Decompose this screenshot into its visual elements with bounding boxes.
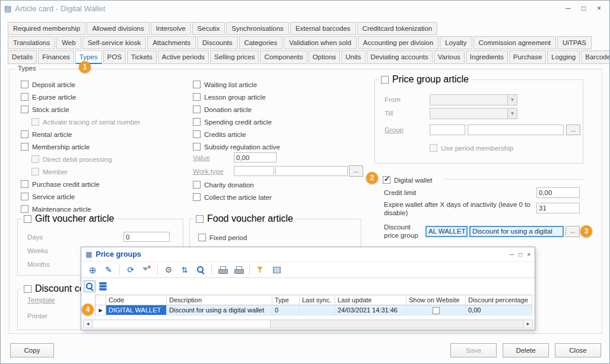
checkbox-box[interactable] <box>196 215 204 223</box>
grid-data-row[interactable]: ▶DIGITAL WALLETDiscount for using a digi… <box>95 305 532 315</box>
scrollbar-thumb[interactable] <box>93 320 271 328</box>
value-label[interactable]: Value <box>193 154 210 161</box>
column-header-code[interactable]: Code <box>106 295 167 305</box>
checkbox-rental-article[interactable]: Rental article <box>21 128 140 141</box>
print-export-icon[interactable] <box>233 264 244 275</box>
tab-logging[interactable]: Logging <box>547 50 580 64</box>
cell-last-update[interactable]: 24/03/2021 14:31:46 <box>335 305 406 315</box>
checkbox-box[interactable] <box>24 215 31 223</box>
checkbox-member[interactable]: Member <box>31 165 140 178</box>
delete-button[interactable]: Delete <box>503 343 549 357</box>
cell-show-on-website[interactable] <box>406 305 466 315</box>
horizontal-scrollbar[interactable]: ◄ ► <box>83 320 533 328</box>
cell-description[interactable]: Discount for using a digital wallet <box>167 305 272 315</box>
column-chooser-icon[interactable] <box>271 264 282 275</box>
checkbox-service-article[interactable]: Service article <box>21 190 140 203</box>
from-dropdown[interactable]: ▼ <box>430 94 517 106</box>
close-icon[interactable]: × <box>592 2 606 14</box>
checkbox-box[interactable] <box>21 143 28 151</box>
credit-limit-input[interactable] <box>536 187 580 198</box>
cell-discount-percentage[interactable]: 0,00 <box>466 305 532 315</box>
tab-discounts[interactable]: Discounts <box>197 36 238 49</box>
tab-options[interactable]: Options <box>309 50 341 64</box>
tab-accounting-per-division[interactable]: Accounting per division <box>358 36 439 49</box>
gift-voucher-article-checkbox[interactable]: Gift voucher article <box>21 213 116 224</box>
cell-code[interactable]: DIGITAL WALLET <box>106 305 167 315</box>
checkbox-box[interactable] <box>21 193 28 200</box>
days-input[interactable] <box>123 232 170 242</box>
value-input[interactable] <box>234 152 277 162</box>
tab-attachments[interactable]: Attachments <box>147 36 196 49</box>
checkbox-box[interactable] <box>21 81 28 88</box>
scroll-left-icon[interactable]: ◄ <box>84 320 93 328</box>
refresh-icon[interactable]: ⟳ <box>125 264 136 275</box>
checkbox-box[interactable] <box>430 144 437 152</box>
checkbox-box[interactable] <box>21 106 28 113</box>
discount-price-group-description-field[interactable]: Discount for using a digital <box>469 226 564 237</box>
checkbox-box[interactable] <box>193 181 201 189</box>
till-dropdown[interactable]: ▼ <box>430 108 517 119</box>
tab-categories[interactable]: Categories <box>239 36 283 49</box>
maximize-icon[interactable]: □ <box>577 2 590 14</box>
checkbox-box[interactable] <box>383 176 390 184</box>
search-grid-button[interactable] <box>84 280 96 292</box>
checkbox-collect-the-article-later[interactable]: Collect the article later <box>193 191 272 203</box>
food-voucher-article-checkbox[interactable]: Food voucher article <box>193 213 296 224</box>
sort-icon[interactable]: ⇅ <box>179 264 190 275</box>
tab-ingredients[interactable]: Ingredients <box>466 50 508 64</box>
tab-finances[interactable]: Finances <box>38 50 74 64</box>
popup-minimize-icon[interactable]: ─ <box>510 251 514 258</box>
checkbox-activate-tracing-of-serial-number[interactable]: Activate tracing of serial number <box>31 116 140 128</box>
expire-days-input[interactable] <box>536 203 580 213</box>
cell-last-sync[interactable] <box>300 305 335 315</box>
checkbox-box[interactable] <box>193 81 201 88</box>
tab-uitpas[interactable]: UiTPAS <box>557 36 592 49</box>
checkbox-membership-article[interactable]: Membership article <box>21 141 140 153</box>
scroll-right-icon[interactable]: ► <box>523 320 532 328</box>
checkbox-credits-article[interactable]: Credits article <box>193 128 280 141</box>
work-type-description-input[interactable] <box>275 166 348 176</box>
checkbox-box[interactable] <box>193 93 201 101</box>
checkbox-box[interactable] <box>193 143 201 151</box>
checkbox-purchase-credit-article[interactable]: Purchase credit article <box>21 178 140 190</box>
group-label[interactable]: Group <box>385 126 404 133</box>
show-on-website-checkbox[interactable] <box>433 307 440 314</box>
checkbox-box[interactable] <box>193 106 201 113</box>
tab-allowed-divisions[interactable]: Allowed divisions <box>87 22 150 35</box>
save-button[interactable]: Save <box>450 343 497 357</box>
column-header-show-on-website[interactable]: Show on Website <box>406 295 466 305</box>
checkbox-box[interactable] <box>193 193 201 201</box>
popup-close-icon[interactable]: × <box>527 251 530 258</box>
checkbox-stock-article[interactable]: Stock article <box>21 103 140 116</box>
column-header-discount-percentage[interactable]: Discount percentage <box>466 295 532 305</box>
checkbox-deposit-article[interactable]: Deposit article <box>21 78 140 91</box>
tab-units[interactable]: Units <box>341 50 365 64</box>
work-type-code-input[interactable] <box>234 166 274 176</box>
tab-required-membership[interactable]: Required membership <box>8 22 85 35</box>
template-link[interactable]: Template <box>27 296 55 304</box>
checkbox-box[interactable] <box>21 130 28 138</box>
chevron-down-icon[interactable]: ▼ <box>507 95 517 105</box>
checkbox-box[interactable] <box>381 76 389 84</box>
tab-components[interactable]: Components <box>260 50 307 64</box>
checkbox-box[interactable] <box>31 118 39 126</box>
checkbox-spending-credit-article[interactable]: Spending credit article <box>193 116 280 128</box>
tab-loyalty[interactable]: Loyalty <box>440 36 472 49</box>
column-header-last-update[interactable]: Last update <box>335 295 406 305</box>
tab-intersolve[interactable]: Intersolve <box>151 22 191 35</box>
checkbox-box[interactable] <box>24 285 31 293</box>
checkbox-box[interactable] <box>193 130 201 138</box>
cell-type[interactable]: 0 <box>272 305 300 315</box>
tab-tickets[interactable]: Tickets <box>127 50 157 64</box>
checkbox-direct-debit-processing[interactable]: Direct debit processing <box>31 153 140 165</box>
column-header-type[interactable]: Type <box>272 295 300 305</box>
tab-creditcard-tokenization[interactable]: Creditcard tokenization <box>357 22 438 35</box>
close-button[interactable]: Close <box>555 343 601 357</box>
tab-active-periods[interactable]: Active periods <box>158 50 209 64</box>
checkbox-box[interactable] <box>21 93 28 101</box>
discount-price-group-browse-button[interactable]: ... <box>565 226 580 237</box>
tab-commission-agreement[interactable]: Commission agreement <box>474 36 556 49</box>
use-period-membership-checkbox[interactable]: Use period membership <box>430 142 513 154</box>
checkbox-box[interactable] <box>198 234 206 241</box>
checkbox-charity-donation[interactable]: Charity donation <box>193 178 272 191</box>
